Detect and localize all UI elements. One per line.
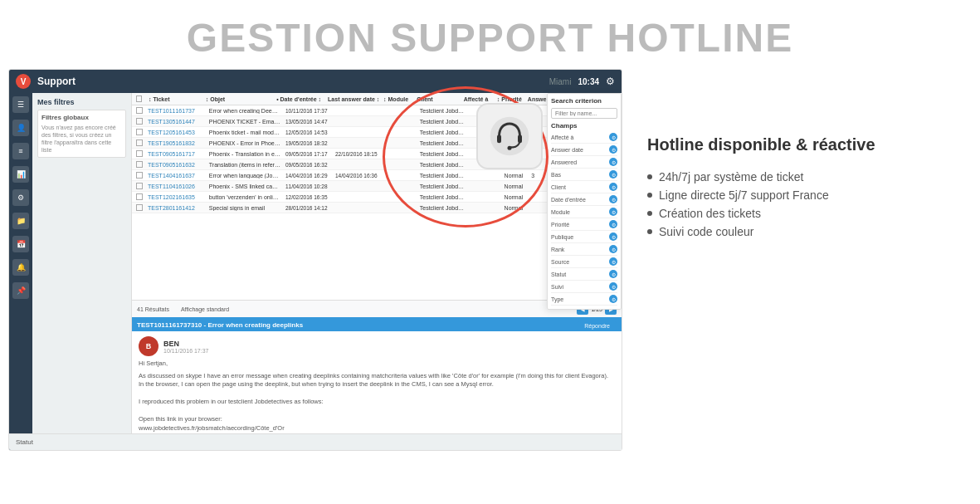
- filter-field-item[interactable]: Statut ⚙: [551, 268, 617, 281]
- sidebar: ☰ 👤 ≡ 📊 ⚙ 📁 📅 🔔 📌: [9, 93, 32, 450]
- location-label: Miami: [549, 77, 572, 86]
- sidebar-icon-chart[interactable]: 📊: [12, 166, 29, 183]
- hotline-title: Hotline disponible & réactive: [647, 135, 955, 154]
- filter-gear-icon[interactable]: ⚙: [609, 282, 617, 291]
- filter-field-item[interactable]: Priorité ⚙: [551, 218, 617, 231]
- select-all-checkbox[interactable]: [136, 95, 142, 102]
- filter-gear-icon[interactable]: ⚙: [609, 270, 617, 278]
- right-info-panel: Hotline disponible & réactive 24h/7j par…: [631, 69, 972, 241]
- filter-field-item[interactable]: Client ⚙: [551, 181, 617, 193]
- sidebar-icon-menu[interactable]: ☰: [12, 96, 29, 113]
- bullet-dot: [647, 211, 652, 216]
- col-objet: ↕ Objet: [203, 96, 272, 102]
- filter-field-item[interactable]: Bas ⚙: [551, 169, 617, 181]
- filter-fields-list: Affecté à ⚙Answer date ⚙Answered ⚙Bas ⚙C…: [551, 131, 617, 306]
- sidebar-icon-folder[interactable]: 📁: [12, 213, 29, 229]
- bullet-dot: [647, 174, 652, 179]
- left-filter-panel: Mes filtres Filtres globaux Vous n'avez …: [32, 93, 132, 450]
- detail-title: TEST1011161737310 - Error when creating …: [137, 321, 303, 329]
- filter-gear-icon[interactable]: ⚙: [609, 158, 617, 166]
- author-name: BEN: [163, 340, 209, 348]
- sidebar-icon-bell[interactable]: 🔔: [12, 259, 29, 276]
- filtres-globaux-title: Filtres globaux: [41, 114, 122, 121]
- content-area: V Support Miami 10:34 ⚙ ☰ 👤 ≡ 📊 ⚙ 📁: [0, 69, 980, 451]
- detail-salutation: Hi Sertjan,: [139, 360, 615, 369]
- bullet-item: Suivi code couleur: [647, 223, 955, 241]
- time-label: 10:34: [578, 77, 599, 86]
- app-bar: V Support Miami 10:34 ⚙: [9, 70, 622, 93]
- filter-field-item[interactable]: Rank ⚙: [551, 243, 617, 256]
- filter-field-item[interactable]: Source ⚙: [551, 256, 617, 268]
- bullet-dot: [647, 229, 652, 234]
- filter-gear-icon[interactable]: ⚙: [609, 170, 617, 179]
- sidebar-icon-user[interactable]: 👤: [12, 120, 29, 136]
- col-client: Client: [414, 96, 460, 102]
- filter-gear-icon[interactable]: ⚙: [609, 245, 617, 253]
- svg-rect-1: [497, 135, 501, 143]
- detail-author-row: B BEN 10/11/2016 17:37: [139, 336, 615, 356]
- filter-field-item[interactable]: Affecté à ⚙: [551, 131, 617, 144]
- champs-label: Champs: [551, 122, 617, 130]
- statut-label: Statut: [16, 438, 33, 446]
- bullet-dot: [647, 193, 652, 198]
- col-last-answer: Last answer date ↕: [325, 96, 379, 102]
- filter-gear-icon[interactable]: ⚙: [609, 183, 617, 191]
- svg-point-3: [508, 146, 512, 150]
- screenshot-area: V Support Miami 10:34 ⚙ ☰ 👤 ≡ 📊 ⚙ 📁: [8, 69, 622, 451]
- filter-field-item[interactable]: Publique ⚙: [551, 231, 617, 243]
- bullet-text: Ligne directe 5j/7 support France: [659, 188, 829, 202]
- filter-field-item[interactable]: Answered ⚙: [551, 156, 617, 169]
- bullet-item: Ligne directe 5j/7 support France: [647, 186, 955, 204]
- view-mode: Affichage standard: [181, 306, 229, 312]
- statut-bar: Statut: [9, 433, 622, 450]
- detail-date: 10/11/2016 17:37: [163, 348, 209, 354]
- filter-gear-icon[interactable]: ⚙: [609, 195, 617, 203]
- filter-by-name-input[interactable]: [551, 108, 617, 119]
- filter-gear-icon[interactable]: ⚙: [609, 220, 617, 228]
- col-module: ↕ Module: [381, 96, 412, 102]
- page-title: GESTION SUPPORT HOTLINE: [0, 0, 980, 69]
- filter-field-item[interactable]: Type ⚙: [551, 293, 617, 306]
- bullet-list: 24h/7j par système de ticket Ligne direc…: [647, 168, 955, 241]
- filter-help-text: Vous n'avez pas encore créé des filtres,…: [41, 124, 122, 154]
- filter-gear-icon[interactable]: ⚙: [609, 208, 617, 216]
- col-date: • Date d'entrée ↕: [274, 96, 324, 102]
- filtres-globaux-section: Filtres globaux Vous n'avez pas encore c…: [37, 110, 126, 158]
- sidebar-icon-list[interactable]: ≡: [12, 143, 29, 159]
- sidebar-icon-pin[interactable]: 📌: [12, 282, 29, 299]
- app-bar-right: Miami 10:34 ⚙: [549, 76, 615, 87]
- detail-panel: TEST1011161737310 - Error when creating …: [132, 317, 622, 450]
- filter-field-item[interactable]: Date d'entrée ⚙: [551, 193, 617, 206]
- filter-field-item[interactable]: Suivi ⚙: [551, 281, 617, 293]
- search-criterion-title: Search criterion: [551, 97, 617, 105]
- detail-header: TEST1011161737310 - Error when creating …: [132, 319, 622, 331]
- bullet-text: 24h/7j par système de ticket: [659, 170, 803, 183]
- filter-gear-icon[interactable]: ⚙: [609, 257, 617, 266]
- bullet-text: Création des tickets: [659, 207, 761, 220]
- col-prio: ↕ Priorité: [495, 96, 524, 102]
- app-bar-title: Support: [37, 76, 76, 87]
- right-filter-panel: Search criterion Champs Affecté à ⚙Answe…: [547, 93, 622, 310]
- app-logo: V: [16, 74, 31, 89]
- sidebar-icon-calendar[interactable]: 📅: [12, 236, 29, 252]
- col-affecte: Affecté à: [461, 96, 493, 102]
- author-info: BEN 10/11/2016 17:37: [163, 340, 209, 354]
- filter-field-item[interactable]: Answer date ⚙: [551, 144, 617, 156]
- filter-gear-icon[interactable]: ⚙: [609, 133, 617, 141]
- headset-icon: [489, 115, 530, 157]
- sidebar-icon-settings[interactable]: ⚙: [12, 189, 29, 206]
- bullet-item: Création des tickets: [647, 204, 955, 223]
- filter-field-item[interactable]: Module ⚙: [551, 206, 617, 218]
- headset-icon-box: [476, 103, 543, 169]
- col-ticket: ↕ Ticket: [146, 96, 202, 102]
- filter-gear-icon[interactable]: ⚙: [609, 145, 617, 154]
- filter-gear-icon[interactable]: ⚙: [609, 295, 617, 303]
- filter-gear-icon[interactable]: ⚙: [609, 232, 617, 241]
- bullet-text: Suivi code couleur: [659, 225, 753, 238]
- settings-icon[interactable]: ⚙: [606, 76, 615, 87]
- results-count: 41 Résultats: [137, 306, 169, 312]
- page-wrapper: GESTION SUPPORT HOTLINE V Support Miami …: [0, 0, 980, 451]
- mes-filtres-title: Mes filtres: [37, 98, 126, 106]
- reply-btn[interactable]: Répondre: [578, 321, 617, 330]
- author-avatar: B: [139, 336, 158, 356]
